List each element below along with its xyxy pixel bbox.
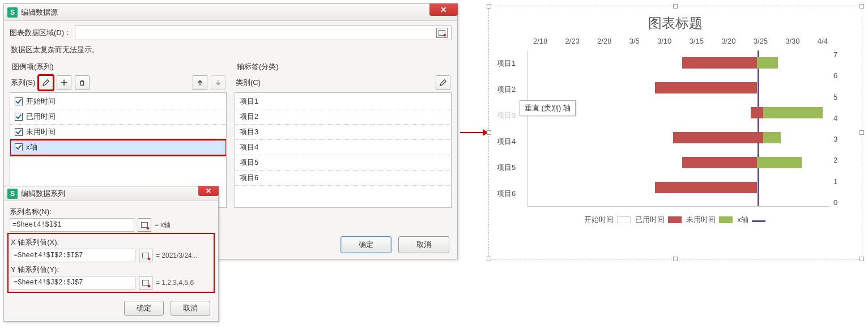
checkbox-icon[interactable] bbox=[15, 128, 23, 136]
ok-button[interactable]: 确定 bbox=[124, 301, 164, 316]
y-values-row: Y 轴系列值(Y): =Sheet4!$J$2:$J$7 = 1,2,3,4,5… bbox=[11, 265, 211, 289]
legend-label: 未用时间 bbox=[686, 215, 716, 225]
chart-plot-area[interactable]: 2/18 2/23 2/28 3/5 3/10 3/15 3/20 3/25 3… bbox=[497, 37, 850, 207]
chart-title[interactable]: 图表标题 bbox=[489, 6, 862, 37]
category-item[interactable]: 项目6 bbox=[235, 171, 451, 186]
category-item-label: 项目4 bbox=[240, 142, 258, 152]
resize-handle[interactable] bbox=[860, 257, 864, 261]
series-item[interactable]: 开始时间 bbox=[10, 94, 226, 109]
move-up-button[interactable] bbox=[193, 75, 207, 90]
x-values-row: X 轴系列值(X): =Sheet4!$I$2:$I$7 = 2021/3/24… bbox=[11, 237, 211, 262]
y-values-preview: = 1,2,3,4,5,6 bbox=[156, 279, 194, 287]
cancel-button[interactable]: 取消 bbox=[398, 236, 449, 253]
bar-segment-used[interactable] bbox=[682, 57, 757, 69]
bar-segment-used[interactable] bbox=[673, 132, 763, 143]
bar-segment-used[interactable] bbox=[682, 157, 757, 168]
edit-series-button[interactable] bbox=[39, 75, 53, 90]
ok-button[interactable]: 确定 bbox=[341, 236, 392, 253]
bar-segment-used[interactable] bbox=[655, 182, 757, 193]
pencil-icon bbox=[42, 79, 50, 87]
legend-label: 已用时间 bbox=[635, 215, 665, 225]
series-name-input[interactable]: =Sheet4!$I$1 bbox=[10, 218, 134, 232]
category-item-label: 项目1 bbox=[240, 96, 258, 107]
resize-handle[interactable] bbox=[673, 4, 678, 8]
edit-category-button[interactable] bbox=[436, 75, 450, 90]
x-tick-label: 2/23 bbox=[565, 37, 580, 48]
category-item[interactable]: 项目4 bbox=[235, 140, 451, 155]
category-item[interactable]: 项目1 bbox=[235, 94, 451, 109]
series-item[interactable]: 已用时间 bbox=[10, 109, 226, 125]
category-item[interactable]: 项目2 bbox=[235, 109, 451, 125]
y-values-label: Y 轴系列值(Y): bbox=[11, 265, 211, 275]
arrow-up-icon bbox=[196, 79, 204, 87]
bar-segment-used[interactable] bbox=[655, 82, 757, 93]
bar-row[interactable] bbox=[529, 82, 829, 93]
cat-label: 项目1 bbox=[497, 58, 527, 69]
checkbox-icon[interactable] bbox=[15, 143, 23, 151]
resize-handle[interactable] bbox=[487, 257, 491, 261]
resize-handle[interactable] bbox=[860, 4, 864, 8]
series-item-label: 开始时间 bbox=[26, 96, 56, 107]
pencil-icon bbox=[439, 79, 447, 87]
x-tick-label: 3/25 bbox=[754, 37, 768, 48]
legend-label: x轴 bbox=[737, 215, 748, 225]
delete-series-button[interactable] bbox=[75, 75, 90, 90]
category-listbox[interactable]: 项目1 项目2 项目3 项目4 项目5 项目6 bbox=[235, 92, 452, 208]
close-button[interactable]: ✕ bbox=[429, 3, 458, 16]
legend-swatch-icon bbox=[719, 216, 733, 223]
series-item[interactable]: 未用时间 bbox=[10, 125, 226, 140]
cat-label: 项目5 bbox=[497, 163, 527, 173]
range-picker-icon[interactable] bbox=[436, 28, 448, 38]
resize-handle[interactable] bbox=[673, 257, 678, 261]
cancel-button[interactable]: 取消 bbox=[171, 301, 210, 316]
resize-handle[interactable] bbox=[487, 4, 491, 8]
dialog-title: 编辑数据源 bbox=[21, 7, 455, 18]
bar-row[interactable] bbox=[529, 57, 829, 69]
chart-container[interactable]: 图表标题 2/18 2/23 2/28 3/5 3/10 3/15 3/20 3… bbox=[488, 6, 862, 259]
dialog-footer: 确定 取消 bbox=[341, 236, 449, 253]
x-values-input[interactable]: =Sheet4!$I$2:$I$7 bbox=[11, 249, 135, 262]
y2-tick-label: 2 bbox=[833, 156, 837, 164]
bar-segment-unused[interactable] bbox=[763, 107, 823, 118]
bar-row[interactable] bbox=[529, 157, 829, 168]
series-name-preview: = x轴 bbox=[155, 220, 171, 230]
bar-segment-unused[interactable] bbox=[757, 157, 802, 168]
x-tick-label: 3/20 bbox=[721, 37, 735, 48]
legend-swatch-icon bbox=[668, 216, 682, 223]
bar-segment-used[interactable] bbox=[751, 107, 763, 118]
category-column: 轴标签(分类) 类别(C) 项目1 项目2 项目3 项目4 项目5 项目6 bbox=[235, 61, 452, 208]
app-icon: S bbox=[7, 7, 18, 18]
bar-row[interactable] bbox=[529, 132, 829, 143]
y-values-input[interactable]: =Sheet4!$J$2:$J$7 bbox=[11, 276, 135, 289]
bar-segment-unused[interactable] bbox=[757, 57, 778, 69]
series-item-selected[interactable]: x轴 bbox=[10, 140, 226, 155]
resize-handle[interactable] bbox=[860, 130, 864, 135]
add-series-button[interactable] bbox=[57, 75, 71, 90]
checkbox-icon[interactable] bbox=[15, 97, 23, 105]
y2-tick-label: 5 bbox=[833, 93, 837, 101]
bar-row[interactable] bbox=[529, 182, 829, 193]
plot-region[interactable] bbox=[527, 50, 830, 207]
category-item[interactable]: 项目5 bbox=[235, 155, 451, 171]
range-picker-icon[interactable] bbox=[139, 276, 152, 289]
y2-tick-label: 4 bbox=[833, 114, 837, 122]
checkbox-icon[interactable] bbox=[15, 113, 23, 121]
category-label: 类别(C) bbox=[236, 78, 261, 88]
highlight-box: X 轴系列值(X): =Sheet4!$I$2:$I$7 = 2021/3/24… bbox=[7, 233, 215, 293]
move-down-button[interactable] bbox=[211, 75, 225, 90]
x-values-label: X 轴系列值(X): bbox=[11, 237, 211, 248]
legend-label: 开始时间 bbox=[584, 215, 614, 225]
chart-range-input[interactable] bbox=[75, 25, 452, 40]
resize-handle[interactable] bbox=[487, 130, 491, 135]
range-picker-icon[interactable] bbox=[138, 218, 151, 232]
chart-legend[interactable]: 开始时间 已用时间 未用时间 x轴 bbox=[489, 207, 862, 225]
bar-segment-unused[interactable] bbox=[763, 132, 781, 143]
chart-range-row: 图表数据区域(D)： bbox=[10, 25, 452, 40]
x-tick-label: 2/18 bbox=[533, 37, 547, 48]
close-button[interactable]: ✕ bbox=[198, 186, 219, 196]
axis-tooltip: 垂直 (类别) 轴 bbox=[520, 100, 576, 116]
category-item[interactable]: 项目3 bbox=[235, 125, 451, 140]
category-item-label: 项目6 bbox=[240, 173, 258, 183]
range-picker-icon[interactable] bbox=[139, 249, 152, 262]
category-toolbar: 类别(C) bbox=[235, 73, 452, 92]
